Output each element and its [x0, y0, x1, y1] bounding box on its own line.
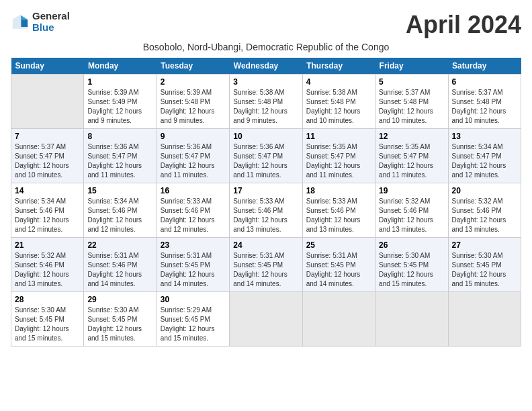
day-number: 20: [452, 186, 517, 195]
calendar-cell: 28Sunrise: 5:30 AMSunset: 5:45 PMDayligh…: [11, 292, 84, 347]
day-info: Sunrise: 5:39 AMSunset: 5:48 PMDaylight:…: [161, 88, 226, 126]
calendar-cell: 10Sunrise: 5:36 AMSunset: 5:47 PMDayligh…: [230, 129, 302, 183]
calendar-cell: [448, 292, 521, 347]
day-number: 8: [87, 132, 152, 141]
day-number: 18: [306, 186, 371, 195]
logo-text: General Blue: [32, 11, 70, 33]
calendar-cell: 19Sunrise: 5:32 AMSunset: 5:46 PMDayligh…: [375, 183, 448, 238]
calendar-week-row: 21Sunrise: 5:32 AMSunset: 5:46 PMDayligh…: [11, 238, 521, 292]
calendar-cell: [302, 292, 375, 347]
day-number: 22: [87, 240, 152, 250]
day-number: 21: [15, 240, 80, 250]
day-info: Sunrise: 5:37 AMSunset: 5:48 PMDaylight:…: [452, 88, 517, 126]
calendar-week-row: 7Sunrise: 5:37 AMSunset: 5:47 PMDaylight…: [11, 129, 521, 183]
calendar-cell: 22Sunrise: 5:31 AMSunset: 5:46 PMDayligh…: [84, 238, 157, 292]
day-info: Sunrise: 5:30 AMSunset: 5:45 PMDaylight:…: [379, 251, 444, 289]
calendar-cell: [230, 292, 302, 347]
day-info: Sunrise: 5:29 AMSunset: 5:45 PMDaylight:…: [161, 306, 226, 343]
calendar-cell: 23Sunrise: 5:31 AMSunset: 5:45 PMDayligh…: [157, 238, 229, 292]
day-info: Sunrise: 5:30 AMSunset: 5:45 PMDaylight:…: [15, 306, 80, 343]
day-number: 13: [452, 132, 517, 141]
day-info: Sunrise: 5:33 AMSunset: 5:46 PMDaylight:…: [233, 197, 298, 234]
day-info: Sunrise: 5:38 AMSunset: 5:48 PMDaylight:…: [306, 88, 371, 126]
day-info: Sunrise: 5:31 AMSunset: 5:45 PMDaylight:…: [306, 251, 371, 289]
day-header-wednesday: Wednesday: [230, 58, 302, 75]
calendar-table: SundayMondayTuesdayWednesdayThursdayFrid…: [11, 58, 521, 347]
day-number: 5: [379, 77, 444, 87]
calendar-cell: 9Sunrise: 5:36 AMSunset: 5:47 PMDaylight…: [157, 129, 229, 183]
day-info: Sunrise: 5:34 AMSunset: 5:47 PMDaylight:…: [452, 142, 517, 180]
day-info: Sunrise: 5:32 AMSunset: 5:46 PMDaylight:…: [379, 197, 444, 234]
calendar-cell: [11, 75, 84, 129]
day-info: Sunrise: 5:35 AMSunset: 5:47 PMDaylight:…: [306, 142, 371, 180]
day-info: Sunrise: 5:31 AMSunset: 5:46 PMDaylight:…: [87, 251, 152, 289]
day-info: Sunrise: 5:30 AMSunset: 5:45 PMDaylight:…: [452, 251, 517, 289]
day-info: Sunrise: 5:36 AMSunset: 5:47 PMDaylight:…: [233, 142, 298, 180]
day-header-monday: Monday: [84, 58, 157, 75]
calendar-week-row: 28Sunrise: 5:30 AMSunset: 5:45 PMDayligh…: [11, 292, 521, 347]
day-info: Sunrise: 5:30 AMSunset: 5:45 PMDaylight:…: [87, 306, 152, 343]
day-number: 11: [306, 132, 371, 141]
day-number: 14: [15, 186, 80, 195]
day-number: 24: [233, 240, 298, 250]
calendar-header-row: SundayMondayTuesdayWednesdayThursdayFrid…: [11, 58, 521, 75]
day-info: Sunrise: 5:32 AMSunset: 5:46 PMDaylight:…: [15, 251, 80, 289]
calendar-cell: 13Sunrise: 5:34 AMSunset: 5:47 PMDayligh…: [448, 129, 521, 183]
logo-line2: Blue: [32, 22, 70, 34]
day-header-friday: Friday: [375, 58, 448, 75]
calendar-cell: 29Sunrise: 5:30 AMSunset: 5:45 PMDayligh…: [84, 292, 157, 347]
day-number: 23: [161, 240, 226, 250]
day-number: 16: [161, 186, 226, 195]
day-number: 29: [87, 295, 152, 304]
day-number: 12: [379, 132, 444, 141]
day-number: 17: [233, 186, 298, 195]
svg-marker-2: [21, 15, 28, 19]
day-info: Sunrise: 5:35 AMSunset: 5:47 PMDaylight:…: [379, 142, 444, 180]
calendar-week-row: 1Sunrise: 5:39 AMSunset: 5:49 PMDaylight…: [11, 75, 521, 129]
logo-icon: [11, 13, 30, 32]
day-number: 19: [379, 186, 444, 195]
day-info: Sunrise: 5:33 AMSunset: 5:46 PMDaylight:…: [161, 197, 226, 234]
calendar-body: 1Sunrise: 5:39 AMSunset: 5:49 PMDaylight…: [11, 75, 521, 347]
day-header-thursday: Thursday: [302, 58, 375, 75]
day-info: Sunrise: 5:39 AMSunset: 5:49 PMDaylight:…: [87, 88, 152, 126]
calendar-cell: 17Sunrise: 5:33 AMSunset: 5:46 PMDayligh…: [230, 183, 302, 238]
calendar-cell: 1Sunrise: 5:39 AMSunset: 5:49 PMDaylight…: [84, 75, 157, 129]
calendar-cell: 26Sunrise: 5:30 AMSunset: 5:45 PMDayligh…: [375, 238, 448, 292]
logo-line1: General: [32, 11, 70, 22]
page-header: General Blue April 2024: [11, 11, 521, 39]
calendar-cell: 16Sunrise: 5:33 AMSunset: 5:46 PMDayligh…: [157, 183, 229, 238]
calendar-cell: 3Sunrise: 5:38 AMSunset: 5:48 PMDaylight…: [230, 75, 302, 129]
day-info: Sunrise: 5:38 AMSunset: 5:48 PMDaylight:…: [233, 88, 298, 126]
month-title: April 2024: [406, 11, 521, 39]
day-header-tuesday: Tuesday: [157, 58, 229, 75]
calendar-cell: 21Sunrise: 5:32 AMSunset: 5:46 PMDayligh…: [11, 238, 84, 292]
day-number: 4: [306, 77, 371, 87]
day-info: Sunrise: 5:31 AMSunset: 5:45 PMDaylight:…: [233, 251, 298, 289]
day-number: 9: [161, 132, 226, 141]
day-number: 27: [452, 240, 517, 250]
calendar-cell: 12Sunrise: 5:35 AMSunset: 5:47 PMDayligh…: [375, 129, 448, 183]
day-number: 15: [87, 186, 152, 195]
calendar-cell: 7Sunrise: 5:37 AMSunset: 5:47 PMDaylight…: [11, 129, 84, 183]
day-info: Sunrise: 5:34 AMSunset: 5:46 PMDaylight:…: [87, 197, 152, 234]
calendar-cell: 14Sunrise: 5:34 AMSunset: 5:46 PMDayligh…: [11, 183, 84, 238]
day-info: Sunrise: 5:37 AMSunset: 5:48 PMDaylight:…: [379, 88, 444, 126]
calendar-cell: 4Sunrise: 5:38 AMSunset: 5:48 PMDaylight…: [302, 75, 375, 129]
calendar-cell: 6Sunrise: 5:37 AMSunset: 5:48 PMDaylight…: [448, 75, 521, 129]
day-info: Sunrise: 5:36 AMSunset: 5:47 PMDaylight:…: [87, 142, 152, 180]
day-info: Sunrise: 5:31 AMSunset: 5:45 PMDaylight:…: [161, 251, 226, 289]
day-number: 25: [306, 240, 371, 250]
calendar-cell: 18Sunrise: 5:33 AMSunset: 5:46 PMDayligh…: [302, 183, 375, 238]
calendar-cell: 15Sunrise: 5:34 AMSunset: 5:46 PMDayligh…: [84, 183, 157, 238]
calendar-cell: [375, 292, 448, 347]
day-number: 3: [233, 77, 298, 87]
day-info: Sunrise: 5:34 AMSunset: 5:46 PMDaylight:…: [15, 197, 80, 234]
calendar-cell: 27Sunrise: 5:30 AMSunset: 5:45 PMDayligh…: [448, 238, 521, 292]
day-number: 10: [233, 132, 298, 141]
day-info: Sunrise: 5:33 AMSunset: 5:46 PMDaylight:…: [306, 197, 371, 234]
calendar-cell: 2Sunrise: 5:39 AMSunset: 5:48 PMDaylight…: [157, 75, 229, 129]
calendar-cell: 8Sunrise: 5:36 AMSunset: 5:47 PMDaylight…: [84, 129, 157, 183]
calendar-cell: 11Sunrise: 5:35 AMSunset: 5:47 PMDayligh…: [302, 129, 375, 183]
day-number: 1: [87, 77, 152, 87]
